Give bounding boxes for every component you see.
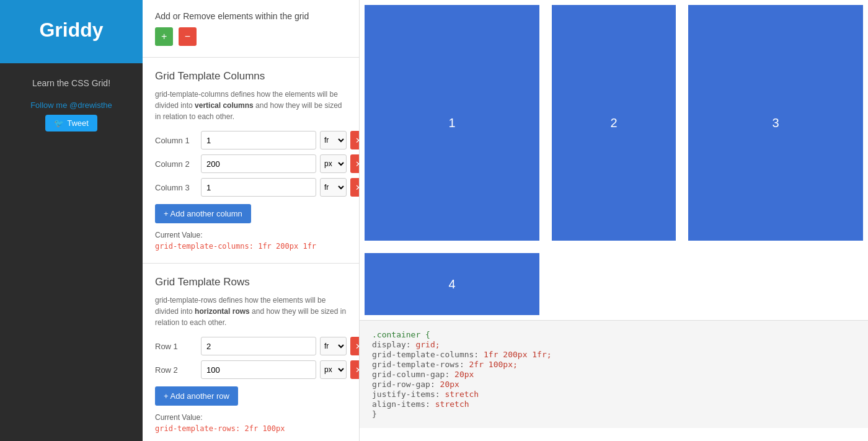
row-2-input[interactable] <box>201 360 316 379</box>
grid-preview: 1 2 3 4 <box>360 0 868 320</box>
rows-current-label: Current Value: <box>155 413 347 422</box>
code-close-line: } <box>372 409 856 419</box>
row-1-remove-button[interactable]: ✕ <box>350 337 360 355</box>
row-2-unit[interactable]: pxfr%em <box>320 360 347 379</box>
add-row-button[interactable]: + Add another row <box>155 386 238 406</box>
controls-panel: Add or Remove elements within the grid +… <box>143 0 360 441</box>
code-grg-line: grid-row-gap: 20px <box>372 380 856 389</box>
grid-item-4: 4 <box>365 253 539 315</box>
column-2-input[interactable] <box>201 154 316 173</box>
grid-item-3: 3 <box>688 5 863 241</box>
follow-text: Follow me @drewisthe <box>30 100 112 110</box>
column-3-unit[interactable]: frpx%em <box>320 178 347 197</box>
column-1-unit[interactable]: frpx%em <box>320 131 347 149</box>
column-1-input[interactable] <box>201 131 316 149</box>
preview-area: 1 2 3 4 .container { display: grid; grid… <box>360 0 868 441</box>
sidebar: Griddy Learn the CSS Grid! Follow me @dr… <box>0 0 143 441</box>
column-row-2: Column 2 pxfr%em ✕ <box>155 154 347 173</box>
row-1-label: Row 1 <box>155 342 197 351</box>
column-3-label: Column 3 <box>155 183 197 192</box>
columns-section: Grid Template Columns grid-template-colu… <box>143 58 359 264</box>
add-remove-section: Add or Remove elements within the grid +… <box>143 0 359 58</box>
code-ji-line: justify-items: stretch <box>372 390 856 399</box>
column-2-unit[interactable]: pxfr%em <box>320 154 347 173</box>
code-output: .container { display: grid; grid-templat… <box>360 320 868 428</box>
rows-title: Grid Template Rows <box>155 276 347 288</box>
row-2-remove-button[interactable]: ✕ <box>350 360 360 379</box>
rows-section: Grid Template Rows grid-template-rows de… <box>143 264 359 441</box>
column-3-input[interactable] <box>201 178 316 197</box>
columns-current-value: grid-template-columns: 1fr 200px 1fr <box>155 242 347 251</box>
column-3-remove-button[interactable]: ✕ <box>350 178 360 197</box>
logo: Griddy <box>0 19 143 42</box>
learn-text: Learn the CSS Grid! <box>26 78 117 88</box>
code-gcg-line: grid-column-gap: 20px <box>372 370 856 379</box>
code-display-line: display: grid; <box>372 340 856 349</box>
row-2-label: Row 2 <box>155 365 197 375</box>
column-row-3: Column 3 frpx%em ✕ <box>155 178 347 197</box>
column-2-remove-button[interactable]: ✕ <box>350 154 360 173</box>
columns-current-label: Current Value: <box>155 231 347 239</box>
twitter-icon: 🐦 <box>54 118 64 128</box>
code-gtc-line: grid-template-columns: 1fr 200px 1fr; <box>372 350 856 359</box>
logo-area: Griddy <box>0 0 143 63</box>
column-1-remove-button[interactable]: ✕ <box>350 131 360 149</box>
column-2-label: Column 2 <box>155 159 197 169</box>
add-element-button[interactable]: + <box>155 27 173 46</box>
add-column-button[interactable]: + Add another column <box>155 204 251 223</box>
column-row-1: Column 1 frpx%em ✕ <box>155 131 347 149</box>
columns-title: Grid Template Columns <box>155 70 347 82</box>
grid-item-2: 2 <box>552 5 676 241</box>
columns-desc: grid-template-columns defines how the el… <box>155 89 347 122</box>
grid-container: 1 2 3 4 <box>365 5 863 315</box>
rows-current-value: grid-template-rows: 2fr 100px <box>155 424 347 433</box>
rows-desc: grid-template-rows defines how the eleme… <box>155 295 347 328</box>
row-1-input[interactable] <box>201 337 316 355</box>
grid-item-1: 1 <box>365 5 539 241</box>
tweet-button[interactable]: 🐦 Tweet <box>45 115 97 131</box>
row-1-unit[interactable]: frpx%em <box>320 337 347 355</box>
code-ai-line: align-items: stretch <box>372 399 856 409</box>
row-row-2: Row 2 pxfr%em ✕ <box>155 360 347 379</box>
column-1-label: Column 1 <box>155 136 197 145</box>
remove-element-button[interactable]: − <box>179 27 197 46</box>
code-selector-line: .container { <box>372 330 856 339</box>
add-remove-title: Add or Remove elements within the grid <box>155 11 347 21</box>
code-gtr-line: grid-template-rows: 2fr 100px; <box>372 360 856 369</box>
row-row-1: Row 1 frpx%em ✕ <box>155 337 347 355</box>
